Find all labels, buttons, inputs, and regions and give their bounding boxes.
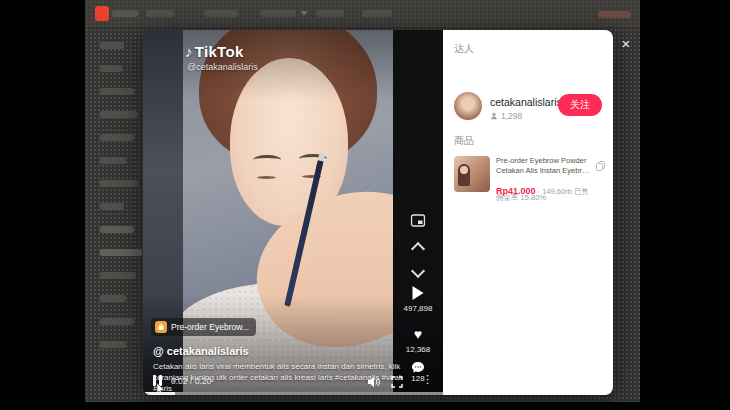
- site-logo[interactable]: [95, 6, 109, 21]
- sidebar-item[interactable]: [100, 180, 138, 187]
- chevron-down-icon[interactable]: [411, 264, 425, 278]
- person-icon: [490, 112, 498, 120]
- music-note-icon: ♪: [185, 43, 193, 60]
- sidebar-item[interactable]: [100, 203, 124, 210]
- video-username[interactable]: @ cetakanalislaris: [153, 345, 249, 357]
- video-subject-eye: [257, 176, 276, 179]
- tiktok-watermark: ♪TikTok: [185, 43, 244, 60]
- top-navbar: [85, 0, 640, 27]
- like-count: 12,368: [393, 345, 443, 354]
- video-player[interactable]: ♪TikTok @cetakanalislaris Pre-order Eyeb…: [143, 30, 443, 395]
- creator-followers: 1,298: [490, 111, 522, 121]
- nav-item[interactable]: [112, 10, 138, 17]
- sidebar-item[interactable]: [100, 42, 124, 49]
- pip-window-icon[interactable]: [411, 213, 426, 231]
- follower-count: 1,298: [501, 111, 522, 121]
- nav-item[interactable]: [146, 10, 174, 17]
- chevron-up-icon[interactable]: [411, 242, 425, 256]
- nav-item[interactable]: [204, 10, 238, 17]
- sidebar-item[interactable]: [100, 318, 134, 325]
- sidebar-item[interactable]: [100, 226, 134, 233]
- nav-item[interactable]: [316, 10, 344, 17]
- sidebar-item[interactable]: [100, 249, 142, 256]
- sidebar-item[interactable]: [100, 272, 136, 279]
- play-count-icon: [413, 286, 424, 300]
- video-progress-played: [143, 392, 175, 395]
- chevron-down-icon: [300, 11, 308, 16]
- product-title[interactable]: Pre-order Eyebrow Powder Cetakan Alis In…: [496, 156, 592, 176]
- product-tag-pill[interactable]: Pre-order Eyebrow...: [151, 318, 256, 336]
- volume-icon[interactable]: [367, 374, 380, 392]
- sidebar-item[interactable]: [100, 134, 134, 141]
- sidebar-item[interactable]: [100, 88, 134, 95]
- creator-avatar[interactable]: [454, 92, 482, 120]
- view-count: 497,898: [393, 304, 443, 313]
- tiktok-watermark-handle: @cetakanalislaris: [187, 62, 258, 72]
- close-icon[interactable]: ×: [618, 36, 634, 52]
- sidebar-item[interactable]: [100, 157, 126, 164]
- sidebar-item[interactable]: [100, 65, 122, 72]
- product-sold: 149,60rb 已售: [542, 187, 589, 196]
- video-detail-modal: ♪TikTok @cetakanalislaris Pre-order Eyeb…: [143, 30, 613, 395]
- copy-icon[interactable]: [596, 157, 605, 175]
- info-panel: 达人 cetakanalislaris 1,298 关注 商品 Pre-orde…: [443, 30, 613, 395]
- sidebar-item[interactable]: [100, 295, 126, 302]
- video-subject-brow: [253, 155, 281, 165]
- nav-item[interactable]: [362, 10, 392, 17]
- nav-item-user[interactable]: [598, 11, 631, 18]
- time-display: 0:02 / 0:20: [171, 376, 211, 386]
- video-action-rail: 497,898 ♥ 12,368 128: [393, 30, 443, 395]
- nav-item[interactable]: [260, 10, 296, 17]
- comment-count: 128: [393, 374, 443, 383]
- sidebar-item[interactable]: [100, 111, 138, 118]
- shopping-bag-icon: [155, 321, 167, 333]
- sidebar-item[interactable]: [100, 341, 126, 348]
- app-window: ♪TikTok @cetakanalislaris Pre-order Eyeb…: [0, 0, 730, 410]
- product-image[interactable]: [454, 156, 490, 192]
- product-commission: 佣金率 15.80%: [496, 193, 546, 203]
- creator-section-title: 达人: [454, 42, 474, 56]
- creator-name[interactable]: cetakanalislaris: [490, 96, 562, 108]
- heart-icon[interactable]: ♥: [414, 327, 422, 341]
- product-tag-label: Pre-order Eyebrow...: [171, 322, 249, 332]
- product-section-title: 商品: [454, 134, 474, 148]
- follow-button[interactable]: 关注: [558, 94, 602, 116]
